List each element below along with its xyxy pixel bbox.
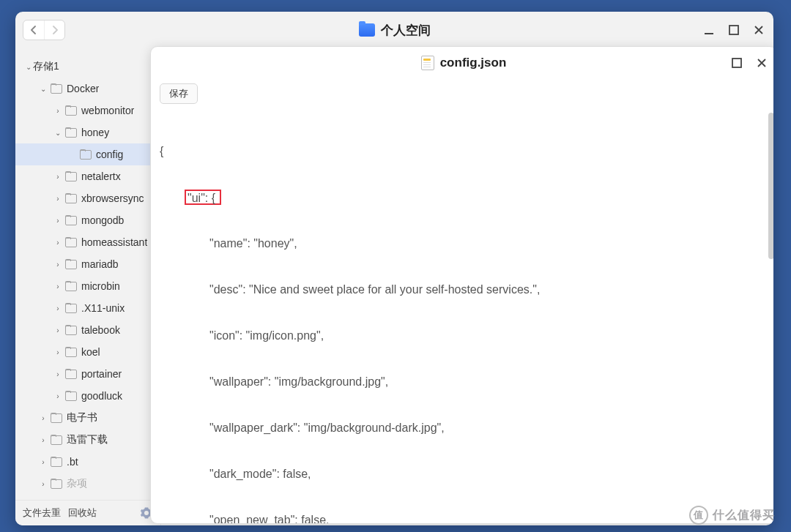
tree-item-koel[interactable]: ›koel — [15, 341, 160, 363]
editor-area[interactable]: { "ui": { "name": "honey", "desc": "Nice… — [151, 113, 773, 523]
tree-item-x11[interactable]: ›.X11-unix — [15, 297, 160, 319]
maximize-button[interactable] — [727, 23, 741, 37]
tree-item-thunder[interactable]: ›迅雷下载 — [15, 429, 160, 451]
folder-icon — [359, 23, 375, 37]
editor-maximize-button[interactable] — [729, 56, 744, 70]
tree-item-config[interactable]: ›config — [15, 143, 160, 165]
tree-item-portainer[interactable]: ›portainer — [15, 363, 160, 385]
editor-window: config.json 保存 { "ui": { "name": "honey"… — [150, 46, 773, 524]
tree-item-talebook[interactable]: ›talebook — [15, 319, 160, 341]
editor-scrollbar[interactable] — [768, 113, 773, 514]
watermark: 值 什么值得买 — [689, 506, 775, 525]
watermark-icon: 值 — [689, 506, 708, 525]
editor-title: config.json — [440, 56, 507, 70]
folder-icon — [51, 84, 62, 94]
tree-item-homeassistant[interactable]: ›homeassistant — [15, 231, 160, 253]
editor-titlebar: config.json — [151, 47, 773, 79]
nav-forward-button[interactable] — [44, 20, 64, 40]
tree-item-mongodb[interactable]: ›mongodb — [15, 209, 160, 231]
dedupe-button[interactable]: 文件去重 — [23, 506, 61, 520]
nav-buttons — [23, 20, 65, 40]
tree-item-ebook[interactable]: ›电子书 — [15, 407, 160, 429]
titlebar: 个人空间 — [15, 12, 773, 48]
tree-item-mariadb[interactable]: ›mariadb — [15, 253, 160, 275]
tree-item-netalertx[interactable]: ›netalertx — [15, 165, 160, 187]
tree-item-honey[interactable]: ⌄honey — [15, 121, 160, 143]
folder-tree: ⌄存储1 ⌄Docker ›webmonitor ⌄honey ›config … — [15, 48, 160, 500]
window-title: 个人空间 — [359, 22, 431, 39]
document-icon — [421, 56, 434, 70]
tree-item-xbrowsersync[interactable]: ›xbrowsersync — [15, 187, 160, 209]
svg-rect-0 — [705, 33, 713, 34]
tree-root[interactable]: ⌄存储1 — [15, 56, 160, 78]
editor-toolbar: 保存 — [151, 79, 773, 113]
highlight-ui: "ui": { — [185, 190, 221, 205]
watermark-text: 什么值得买 — [713, 508, 775, 523]
tree-item-bt[interactable]: ›.bt — [15, 451, 160, 473]
nav-back-button[interactable] — [23, 20, 44, 40]
sidebar: ⌄存储1 ⌄Docker ›webmonitor ⌄honey ›config … — [15, 48, 161, 525]
window-title-text: 个人空间 — [381, 22, 431, 39]
recycle-button[interactable]: 回收站 — [68, 506, 97, 520]
scrollbar-thumb[interactable] — [768, 113, 773, 259]
sidebar-footer: 文件去重 回收站 — [15, 500, 160, 525]
tree-item-webmonitor[interactable]: ›webmonitor — [15, 100, 160, 121]
save-button[interactable]: 保存 — [160, 83, 198, 104]
tree-docker[interactable]: ⌄Docker — [15, 78, 160, 100]
tree-item-microbin[interactable]: ›microbin — [15, 275, 160, 297]
minimize-button[interactable] — [702, 23, 716, 37]
tree-item-misc[interactable]: ›杂项 — [15, 473, 160, 495]
tree-item-goodluck[interactable]: ›goodluck — [15, 385, 160, 407]
svg-rect-1 — [729, 26, 738, 34]
file-manager-window: 个人空间 ⌄存储1 ⌄Docker ›webmonitor ⌄honey ›co… — [15, 12, 773, 525]
editor-close-button[interactable] — [754, 56, 769, 70]
svg-rect-2 — [732, 59, 741, 67]
close-button[interactable] — [751, 23, 766, 37]
